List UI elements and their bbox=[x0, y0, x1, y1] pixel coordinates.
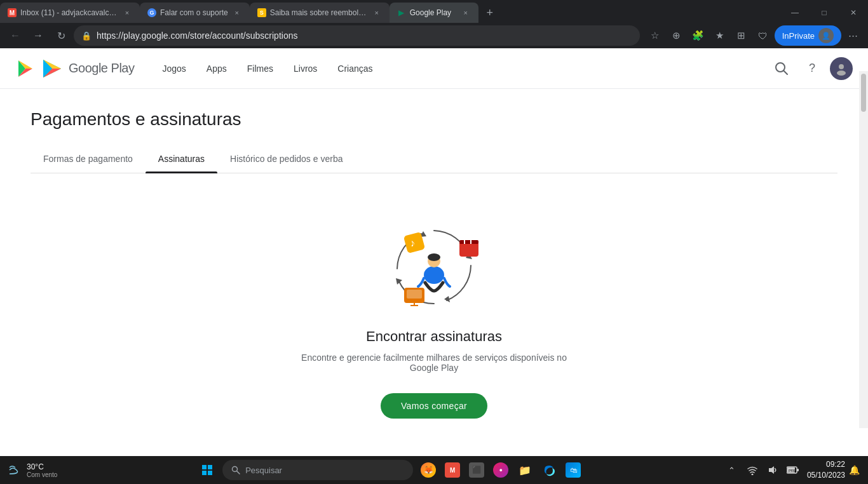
taskbar-app-teams[interactable]: ⬛ bbox=[465, 459, 488, 481]
taskbar-app-explorer[interactable]: 📁 bbox=[513, 459, 536, 481]
subscriptions-illustration: ♪ bbox=[370, 212, 498, 313]
chevron-up-icon[interactable]: ⌃ bbox=[723, 461, 741, 479]
weather-widget[interactable]: 30°C Com vento bbox=[8, 462, 57, 478]
taskbar-app-firefox[interactable]: 🦊 bbox=[417, 459, 440, 481]
tab-order-history[interactable]: Histórico de pedidos e verba bbox=[217, 145, 355, 173]
window-controls: — □ ✕ bbox=[780, 1, 868, 24]
wifi-icon[interactable] bbox=[743, 461, 761, 479]
taskbar-app-store[interactable]: 🛍 bbox=[562, 459, 585, 481]
back-button[interactable]: ← bbox=[5, 25, 25, 46]
vamos-comecar-button[interactable]: Vamos começar bbox=[381, 393, 487, 419]
close-button[interactable]: ✕ bbox=[839, 1, 868, 24]
nav-jogos[interactable]: Jogos bbox=[154, 58, 193, 79]
favorites-icon[interactable]: ★ bbox=[710, 25, 730, 46]
svg-line-2 bbox=[783, 71, 787, 74]
gplay-logo-text: Google Play bbox=[69, 61, 134, 76]
menu-icon[interactable]: ⋯ bbox=[843, 25, 863, 46]
browser-chrome: M Inbox (11) - advjackcavalcante@... × G… bbox=[0, 0, 868, 48]
tab-favicon-gmail: M bbox=[8, 8, 17, 17]
svg-point-11 bbox=[428, 253, 440, 261]
svg-line-27 bbox=[237, 471, 240, 474]
svg-rect-32 bbox=[797, 469, 799, 471]
taskbar-left: 30°C Com vento bbox=[8, 462, 57, 478]
tab-refund[interactable]: S Saiba mais sobre reembolsos no... × bbox=[250, 3, 390, 23]
scrollbar[interactable] bbox=[859, 71, 868, 428]
downloads-icon[interactable]: ⊞ bbox=[731, 25, 752, 46]
svg-point-4 bbox=[837, 71, 846, 76]
collection-icon[interactable]: ⊕ bbox=[667, 25, 687, 46]
page-content: Pagamentos e assinaturas Formas de pagam… bbox=[0, 89, 868, 456]
svg-point-3 bbox=[839, 64, 844, 69]
address-bar-row: ← → ↻ 🔒 https://play.google.com/store/ac… bbox=[0, 23, 868, 48]
taskbar: 30°C Com vento Pesquisar bbox=[0, 456, 868, 484]
svg-rect-22 bbox=[202, 465, 207, 469]
svg-rect-24 bbox=[202, 471, 207, 475]
gplay-logo-svg bbox=[41, 57, 64, 80]
nav-filmes[interactable]: Filmes bbox=[240, 58, 281, 79]
tab-favicon-play: ▶ bbox=[397, 8, 406, 17]
tabs-row: Formas de pagamento Assinaturas Históric… bbox=[31, 145, 837, 173]
tab-subscriptions[interactable]: Assinaturas bbox=[146, 145, 217, 173]
taskbar-search-placeholder: Pesquisar bbox=[245, 466, 282, 475]
svg-marker-7 bbox=[396, 278, 402, 285]
clock-time: 09:22 bbox=[826, 459, 845, 470]
address-bar[interactable]: 🔒 https://play.google.com/store/account/… bbox=[74, 25, 640, 46]
taskbar-clock[interactable]: 09:22 05/10/2023 bbox=[807, 459, 845, 481]
taskbar-right: ⌃ PRE 09:22 05/10/2023 🔔 bbox=[723, 459, 860, 481]
svg-marker-6 bbox=[444, 296, 450, 302]
svg-point-9 bbox=[424, 266, 444, 284]
svg-rect-23 bbox=[208, 465, 212, 469]
battery-icon[interactable]: PRE bbox=[784, 461, 802, 479]
user-avatar[interactable] bbox=[830, 57, 853, 80]
tab-play[interactable]: ▶ Google Play × bbox=[390, 3, 478, 23]
volume-icon[interactable] bbox=[764, 461, 782, 479]
taskbar-apps: 🦊 M ⬛ ● 📁 bbox=[417, 459, 585, 481]
nav-livros[interactable]: Livros bbox=[286, 58, 325, 79]
forward-button[interactable]: → bbox=[28, 25, 48, 46]
weather-icon bbox=[8, 462, 23, 478]
tab-close-support[interactable]: × bbox=[232, 8, 242, 18]
taskbar-app-edge[interactable] bbox=[538, 459, 560, 481]
refresh-button[interactable]: ↻ bbox=[51, 25, 71, 46]
nav-apps[interactable]: Apps bbox=[199, 58, 234, 79]
extensions-icon[interactable]: 🧩 bbox=[688, 25, 709, 46]
minimize-button[interactable]: — bbox=[780, 1, 810, 24]
taskbar-search[interactable]: Pesquisar bbox=[222, 460, 413, 480]
maximize-button[interactable]: □ bbox=[810, 1, 839, 24]
empty-state: ♪ Encontrar assinaturas Encontr bbox=[31, 173, 837, 444]
star-icon[interactable]: ☆ bbox=[645, 25, 665, 46]
tab-gmail[interactable]: M Inbox (11) - advjackcavalcante@... × bbox=[0, 3, 140, 23]
clock-date: 05/10/2023 bbox=[807, 470, 845, 481]
weather-desc: Com vento bbox=[27, 471, 57, 478]
nav-criancas[interactable]: Crianças bbox=[330, 58, 380, 79]
search-icon[interactable] bbox=[769, 56, 794, 81]
notification-bell[interactable]: 🔔 bbox=[848, 464, 860, 476]
tab-payment-methods[interactable]: Formas de pagamento bbox=[31, 145, 146, 173]
scrollbar-thumb[interactable] bbox=[861, 74, 866, 112]
browser-essentials-icon[interactable]: 🛡 bbox=[753, 25, 773, 46]
tab-support[interactable]: G Falar com o suporte × bbox=[140, 3, 250, 23]
svg-text:PRE: PRE bbox=[789, 469, 796, 473]
svg-point-28 bbox=[751, 474, 753, 476]
page-title: Pagamentos e assinaturas bbox=[31, 109, 837, 130]
tab-close-refund[interactable]: × bbox=[372, 8, 382, 18]
gplay-header: Google Play Jogos Apps Filmes Livros Cri… bbox=[0, 48, 868, 89]
gplay-header-actions: ? bbox=[769, 56, 853, 81]
svg-marker-29 bbox=[769, 466, 774, 474]
tab-title-support: Falar com o suporte bbox=[160, 8, 228, 17]
new-tab-button[interactable]: + bbox=[481, 4, 499, 22]
svg-rect-15 bbox=[459, 240, 478, 244]
weather-temp: 30°C bbox=[27, 462, 57, 471]
empty-state-title: Encontrar assinaturas bbox=[366, 328, 502, 345]
taskbar-app-ms365[interactable]: M bbox=[441, 459, 464, 481]
empty-state-description: Encontre e gerencie facilmente milhares … bbox=[291, 353, 577, 373]
lock-icon: 🔒 bbox=[81, 31, 92, 41]
tab-close-gmail[interactable]: × bbox=[122, 8, 132, 18]
start-button[interactable] bbox=[196, 459, 219, 481]
taskbar-app-colorful[interactable]: ● bbox=[489, 459, 512, 481]
gplay-logo[interactable]: Google Play bbox=[15, 57, 134, 80]
inprivate-button[interactable]: InPrivate 👤 bbox=[775, 25, 841, 46]
tab-close-play[interactable]: × bbox=[461, 8, 471, 18]
svg-rect-25 bbox=[208, 471, 212, 475]
help-icon[interactable]: ? bbox=[799, 56, 825, 81]
